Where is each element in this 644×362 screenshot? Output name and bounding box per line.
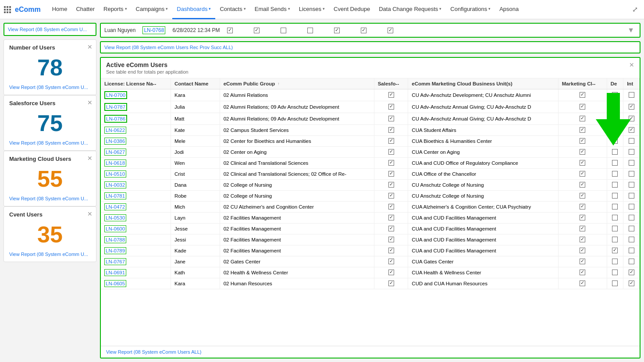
checkbox-salesfo[interactable] bbox=[388, 127, 394, 133]
checkbox-salesfo[interactable] bbox=[388, 182, 394, 188]
nav-item-data-change-requests[interactable]: Data Change Requests ▾ bbox=[374, 0, 446, 19]
checkbox-int[interactable] bbox=[629, 270, 634, 275]
checkbox-int[interactable] bbox=[629, 259, 634, 264]
checkbox-salesfo[interactable] bbox=[388, 138, 394, 144]
col-header-group[interactable]: eComm Public Group↑ bbox=[220, 78, 374, 89]
license-link[interactable]: LN-0032 bbox=[104, 181, 126, 188]
widget-close-icon[interactable]: ✕ bbox=[87, 99, 93, 106]
checkbox-de[interactable] bbox=[612, 149, 618, 155]
checkbox-salesfo[interactable] bbox=[388, 104, 394, 110]
nav-item-dashboards[interactable]: Dashboards ▾ bbox=[172, 0, 215, 19]
checkbox-mkt-cl[interactable] bbox=[580, 127, 585, 133]
checkbox-de[interactable] bbox=[612, 215, 618, 220]
checkbox-de[interactable] bbox=[612, 204, 618, 209]
checkbox-mkt-cl[interactable] bbox=[580, 149, 585, 155]
checkbox-mkt-cl[interactable] bbox=[580, 237, 585, 242]
checkbox-salesfo[interactable] bbox=[388, 280, 394, 286]
table-widget-close-icon[interactable]: ✕ bbox=[629, 61, 634, 68]
checkbox-mkt-cl[interactable] bbox=[580, 116, 585, 121]
checkbox-int[interactable] bbox=[629, 193, 634, 199]
checkbox-int[interactable] bbox=[629, 182, 634, 188]
top-chk-5[interactable] bbox=[334, 28, 340, 33]
widget-close-icon[interactable]: ✕ bbox=[87, 210, 93, 217]
license-link[interactable]: LN-0781 bbox=[104, 192, 126, 199]
checkbox-de[interactable] bbox=[612, 237, 618, 242]
checkbox-de[interactable] bbox=[612, 127, 618, 133]
checkbox-salesfo[interactable] bbox=[388, 160, 394, 166]
checkbox-salesfo[interactable] bbox=[388, 149, 394, 155]
checkbox-int[interactable] bbox=[629, 104, 634, 110]
checkbox-salesfo[interactable] bbox=[388, 171, 394, 177]
checkbox-mkt-cl[interactable] bbox=[580, 193, 585, 199]
checkbox-mkt-cl[interactable] bbox=[580, 259, 585, 264]
nav-item-configurations[interactable]: Configurations ▾ bbox=[446, 0, 495, 19]
license-link[interactable]: LN-0788 bbox=[104, 236, 126, 243]
license-link[interactable]: LN-0700 bbox=[104, 91, 127, 99]
license-link[interactable]: LN-0600 bbox=[104, 225, 126, 232]
checkbox-mkt-cl[interactable] bbox=[580, 92, 585, 98]
license-link[interactable]: LN-0786 bbox=[104, 115, 127, 123]
checkbox-de[interactable] bbox=[612, 270, 618, 275]
checkbox-mkt-cl[interactable] bbox=[580, 104, 585, 110]
license-link[interactable]: LN-0386 bbox=[104, 138, 126, 145]
nav-item-cvent-dedupe[interactable]: Cvent Dedupe bbox=[329, 0, 374, 19]
checkbox-mkt-cl[interactable] bbox=[580, 182, 585, 188]
widget-close-icon[interactable]: ✕ bbox=[87, 155, 93, 162]
checkbox-de[interactable] bbox=[612, 193, 618, 199]
widget-link[interactable]: View Report (08 System eComm U... bbox=[9, 140, 88, 146]
checkbox-mkt-cl[interactable] bbox=[580, 226, 585, 231]
widget-link[interactable]: View Report (08 System eComm U... bbox=[9, 252, 88, 257]
checkbox-salesfo[interactable] bbox=[388, 193, 394, 199]
checkbox-de[interactable] bbox=[612, 226, 618, 231]
checkbox-mkt-cl[interactable] bbox=[580, 280, 585, 286]
top-chk-3[interactable] bbox=[281, 28, 286, 33]
checkbox-int[interactable] bbox=[629, 204, 634, 209]
checkbox-de[interactable] bbox=[612, 280, 618, 286]
checkbox-de[interactable] bbox=[612, 104, 618, 110]
checkbox-salesfo[interactable] bbox=[388, 215, 394, 220]
expand-icon[interactable]: ⤢ bbox=[630, 5, 640, 14]
license-link[interactable]: LN-0691 bbox=[104, 269, 126, 276]
checkbox-mkt-cl[interactable] bbox=[580, 138, 585, 144]
license-link[interactable]: LN-0787 bbox=[104, 103, 127, 111]
app-brand[interactable]: eComm bbox=[15, 6, 41, 14]
checkbox-mkt-cl[interactable] bbox=[580, 171, 585, 177]
checkbox-mkt-cl[interactable] bbox=[580, 215, 585, 220]
checkbox-int[interactable] bbox=[629, 226, 634, 231]
license-link[interactable]: LN-0605 bbox=[104, 280, 126, 287]
nav-item-reports[interactable]: Reports ▾ bbox=[99, 0, 132, 19]
checkbox-salesfo[interactable] bbox=[388, 92, 394, 98]
widget-link[interactable]: View Report (08 System eComm U... bbox=[9, 196, 88, 201]
top-chk-1[interactable] bbox=[227, 28, 233, 33]
top-chk-2[interactable] bbox=[254, 28, 260, 33]
checkbox-int[interactable] bbox=[629, 160, 634, 166]
checkbox-int[interactable] bbox=[629, 127, 634, 133]
checkbox-int[interactable] bbox=[629, 171, 634, 177]
checkbox-int[interactable] bbox=[629, 138, 634, 144]
nav-item-home[interactable]: Home bbox=[48, 0, 72, 19]
license-link[interactable]: LN-0618 bbox=[104, 160, 126, 167]
checkbox-int[interactable] bbox=[629, 237, 634, 242]
checkbox-mkt-cl[interactable] bbox=[580, 248, 585, 253]
checkbox-int[interactable] bbox=[629, 116, 634, 121]
license-link[interactable]: LN-0510 bbox=[104, 170, 126, 177]
nav-item-email-sends[interactable]: Email Sends ▾ bbox=[250, 0, 295, 19]
widget-close-icon[interactable]: ✕ bbox=[87, 43, 93, 50]
widget-link[interactable]: View Report (08 System eComm U... bbox=[9, 85, 88, 90]
checkbox-int[interactable] bbox=[629, 149, 634, 155]
license-link[interactable]: LN-0767 bbox=[104, 258, 126, 265]
checkbox-de[interactable] bbox=[612, 116, 618, 121]
top-chk-6[interactable] bbox=[361, 28, 366, 33]
checkbox-mkt-cl[interactable] bbox=[580, 160, 585, 166]
checkbox-de[interactable] bbox=[612, 160, 618, 166]
table-scroll-area[interactable]: License: License Na--Contact NameeComm P… bbox=[101, 78, 640, 346]
app-grid-icon[interactable] bbox=[4, 6, 11, 14]
license-link[interactable]: LN-0789 bbox=[104, 247, 126, 254]
top-panel-report-link[interactable]: View Report (08 System eComm Users Rec P… bbox=[104, 45, 233, 50]
table-footer-link[interactable]: View Report (08 System eComm Users ALL) bbox=[106, 349, 201, 355]
checkbox-de[interactable] bbox=[612, 182, 618, 188]
checkbox-mkt-cl[interactable] bbox=[580, 270, 585, 275]
checkbox-salesfo[interactable] bbox=[388, 226, 394, 231]
top-chk-7[interactable] bbox=[388, 28, 393, 33]
top-chk-4[interactable] bbox=[307, 28, 313, 33]
